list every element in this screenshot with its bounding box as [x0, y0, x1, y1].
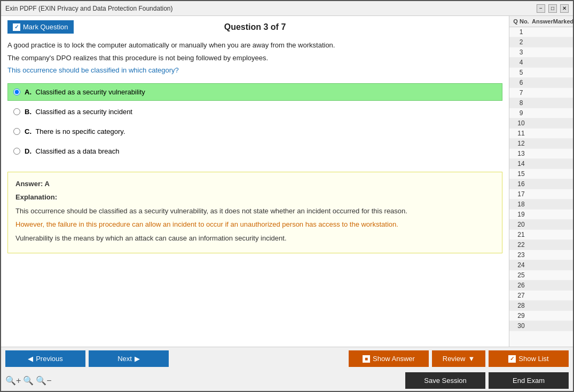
previous-label: Previous: [36, 355, 63, 363]
radio-b[interactable]: [13, 108, 20, 115]
sidebar-row[interactable]: 28: [509, 301, 573, 311]
explanation-box: Answer: A Explanation: This occurrence s…: [7, 172, 502, 254]
bottom-row2: 🔍+ 🔍 🔍− Save Session End Exam: [1, 370, 573, 391]
option-d[interactable]: D. Classified as a data breach: [7, 142, 502, 160]
sidebar-row[interactable]: 21: [509, 230, 573, 240]
bottom-row1: ◀ Previous Next ▶ ■ Show Answer Review ▼…: [1, 347, 573, 370]
option-c[interactable]: C. There is no specific category.: [7, 123, 502, 140]
sidebar-cell-answer: [532, 241, 552, 249]
sidebar-cell-marked: [552, 38, 572, 46]
sidebar-row[interactable]: 13: [509, 149, 573, 159]
sidebar-cell-marked: [552, 231, 572, 238]
sidebar-row[interactable]: 4: [509, 58, 573, 68]
explanation-label: Explanation:: [15, 192, 494, 203]
sidebar-row[interactable]: 2: [509, 37, 573, 47]
next-button[interactable]: Next ▶: [89, 350, 169, 367]
sidebar-cell-marked: [552, 109, 572, 117]
sidebar-row[interactable]: 5: [509, 68, 573, 78]
sidebar-row[interactable]: 19: [509, 210, 573, 220]
sidebar-cell-answer: [532, 231, 552, 238]
sidebar-row[interactable]: 15: [509, 169, 573, 179]
option-a[interactable]: A. Classified as a security vulnerabilit…: [7, 83, 502, 101]
option-d-label: D. Classified as a data breach: [25, 147, 119, 155]
question-text-3: This occurrence should be classified in …: [7, 65, 502, 76]
show-list-button[interactable]: ✓ Show List: [489, 350, 569, 367]
zoom-reset-icon[interactable]: 🔍: [23, 375, 34, 386]
sidebar-cell-answer: [532, 180, 552, 188]
sidebar-cell-marked: [552, 150, 572, 157]
sidebar-cell-marked: [552, 190, 572, 198]
sidebar-row[interactable]: 25: [509, 270, 573, 281]
sidebar-cell-marked: [552, 160, 572, 167]
sidebar-row[interactable]: 11: [509, 129, 573, 139]
sidebar-cell-qno: 11: [510, 130, 532, 137]
sidebar-row[interactable]: 7: [509, 88, 573, 98]
previous-button[interactable]: ◀ Previous: [5, 350, 85, 367]
sidebar-cell-marked: [552, 49, 572, 56]
answer-line: Answer: A: [15, 179, 494, 189]
explanation-text-1: This occurrence should be classified as …: [15, 206, 494, 217]
sidebar-row[interactable]: 20: [509, 220, 573, 230]
sidebar-cell-answer: [532, 251, 552, 259]
sidebar-cell-answer: [532, 99, 552, 107]
save-session-button[interactable]: Save Session: [405, 372, 485, 389]
sidebar-cell-marked: [552, 302, 572, 309]
sidebar-row[interactable]: 30: [509, 321, 573, 331]
sidebar-cell-qno: 22: [510, 241, 532, 249]
sidebar-row[interactable]: 26: [509, 281, 573, 291]
sidebar-row[interactable]: 12: [509, 139, 573, 149]
mark-question-button[interactable]: ✓ Mark Question: [7, 20, 74, 34]
radio-c[interactable]: [13, 128, 20, 135]
sidebar-row[interactable]: 24: [509, 260, 573, 270]
option-c-label: C. There is no specific category.: [25, 127, 125, 135]
radio-d[interactable]: [13, 148, 20, 155]
sidebar-row[interactable]: 27: [509, 291, 573, 301]
sidebar-cell-marked: [552, 28, 572, 36]
review-button[interactable]: Review ▼: [432, 350, 485, 367]
zoom-in-icon[interactable]: 🔍+: [5, 375, 21, 386]
content-area: ✓ Mark Question Question 3 of 7 A good p…: [1, 16, 573, 347]
sidebar-cell-marked: [552, 282, 572, 289]
sidebar-row[interactable]: 8: [509, 98, 573, 108]
sidebar-cell-qno: 28: [510, 302, 532, 309]
main-panel: ✓ Mark Question Question 3 of 7 A good p…: [1, 16, 509, 347]
sidebar-col-qno: Q No.: [510, 18, 532, 25]
sidebar-cell-qno: 25: [510, 271, 532, 279]
sidebar-cell-marked: [552, 261, 572, 269]
sidebar-row[interactable]: 17: [509, 189, 573, 199]
sidebar-row[interactable]: 14: [509, 159, 573, 169]
sidebar-cell-qno: 13: [510, 150, 532, 157]
option-b[interactable]: B. Classified as a security incident: [7, 103, 502, 121]
sidebar-cell-qno: 15: [510, 170, 532, 178]
sidebar-row[interactable]: 6: [509, 78, 573, 88]
sidebar-row[interactable]: 10: [509, 118, 573, 129]
sidebar-cell-marked: [552, 292, 572, 299]
show-answer-button[interactable]: ■ Show Answer: [349, 350, 429, 367]
next-arrow-icon: ▶: [135, 355, 140, 363]
sidebar-row[interactable]: 18: [509, 199, 573, 210]
sidebar-row[interactable]: 16: [509, 179, 573, 189]
sidebar-row[interactable]: 22: [509, 240, 573, 250]
sidebar-row[interactable]: 23: [509, 250, 573, 260]
sidebar-cell-answer: [532, 130, 552, 137]
sidebar-row[interactable]: 1: [509, 27, 573, 37]
sidebar-cell-answer: [532, 211, 552, 218]
show-list-label: Show List: [518, 355, 548, 363]
radio-a[interactable]: [13, 89, 20, 95]
sidebar-row[interactable]: 3: [509, 47, 573, 58]
sidebar-cell-qno: 5: [510, 69, 532, 76]
sidebar-rows[interactable]: 1234567891011121314151617181920212223242…: [509, 27, 573, 347]
close-button[interactable]: ✕: [560, 4, 569, 13]
minimize-button[interactable]: −: [537, 4, 545, 13]
sidebar-row[interactable]: 9: [509, 108, 573, 118]
sidebar-cell-answer: [532, 79, 552, 86]
sidebar-cell-qno: 24: [510, 261, 532, 269]
sidebar-cell-qno: 27: [510, 292, 532, 299]
sidebar-cell-qno: 12: [510, 140, 532, 147]
maximize-button[interactable]: □: [548, 4, 557, 13]
end-exam-button[interactable]: End Exam: [489, 372, 569, 389]
zoom-out-icon[interactable]: 🔍−: [36, 375, 51, 386]
sidebar-row[interactable]: 29: [509, 311, 573, 321]
sidebar-cell-qno: 6: [510, 79, 532, 86]
sidebar-cell-marked: [552, 251, 572, 259]
